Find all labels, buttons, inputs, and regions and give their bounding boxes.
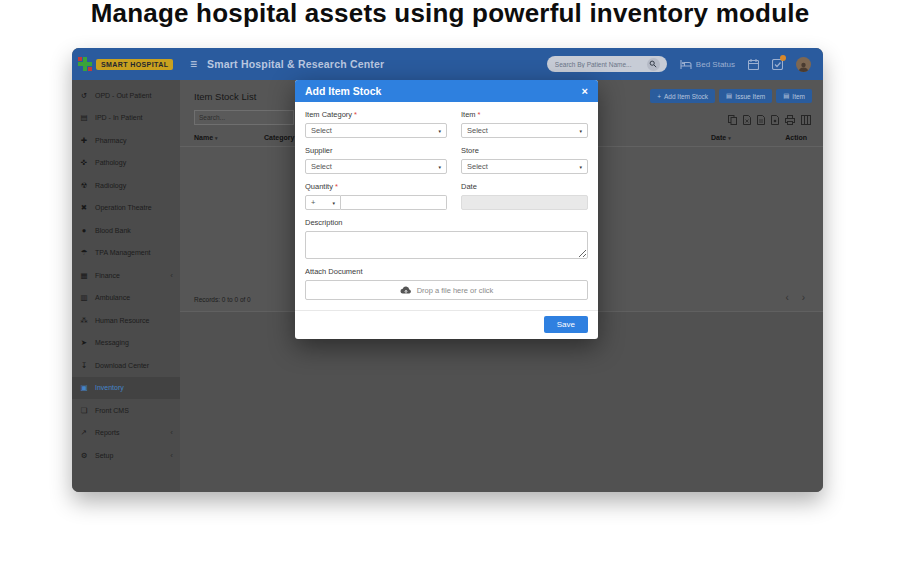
sidebar-item-label: TPA Management (95, 249, 151, 256)
next-page-button[interactable]: › (802, 292, 805, 303)
sidebar-item[interactable]: ➤ Messaging (72, 332, 180, 355)
brand-logo[interactable]: SMART HOSPITAL (78, 57, 182, 71)
sidebar-item[interactable]: ↺ OPD - Out Patient (72, 84, 180, 107)
table-search-input[interactable] (194, 110, 294, 125)
required-marker: * (478, 110, 481, 119)
chevron-left-icon: ‹ (170, 271, 173, 280)
sidebar-item-icon: ☂ (79, 248, 89, 257)
sidebar-item[interactable]: ↗ Reports ‹ (72, 422, 180, 445)
quantity-label: Quantity (305, 182, 333, 191)
copy-icon[interactable] (728, 115, 737, 125)
sidebar-item-label: Operation Theatre (95, 204, 152, 211)
sidebar-item-icon: ↧ (79, 361, 89, 370)
sidebar-item-label: OPD - Out Patient (95, 92, 151, 99)
date-input[interactable] (461, 195, 588, 210)
sidebar-item[interactable]: ⁂ Human Resource (72, 309, 180, 332)
sidebar-item-icon: ☢ (79, 181, 89, 190)
supplier-select[interactable]: Select ▾ (305, 159, 447, 174)
button-icon: ▤ (783, 92, 789, 100)
prev-page-button[interactable]: ‹ (786, 292, 789, 303)
sidebar-item[interactable]: ▤ IPD - In Patient (72, 107, 180, 130)
toolbar-button[interactable]: ▤ Item (776, 89, 812, 103)
sidebar-item-icon: ➤ (79, 338, 89, 347)
brand-name: SMART HOSPITAL (96, 59, 173, 70)
item-select[interactable]: Select ▾ (461, 123, 588, 138)
top-navbar: SMART HOSPITAL ≡ Smart Hospital & Resear… (72, 48, 823, 80)
sidebar: ↺ OPD - Out Patient ▤ IPD - In Patient ✚… (72, 80, 180, 492)
sidebar-item-icon: ▤ (79, 113, 89, 122)
sidebar-item-icon: ● (79, 226, 89, 235)
file-dropzone[interactable]: Drop a file here or click (305, 280, 588, 300)
sidebar-item[interactable]: ▥ Ambulance (72, 287, 180, 310)
select-value: Select (467, 126, 488, 135)
sidebar-item[interactable]: ↧ Download Center (72, 354, 180, 377)
sidebar-item[interactable]: ▦ Finance ‹ (72, 264, 180, 287)
chevron-down-icon: ▾ (332, 200, 335, 206)
quantity-input[interactable] (341, 195, 447, 210)
sidebar-item[interactable]: ❏ Front CMS (72, 399, 180, 422)
sidebar-item[interactable]: ⚙ Setup ‹ (72, 444, 180, 467)
sidebar-item-label: Radiology (95, 182, 126, 189)
user-avatar[interactable] (796, 57, 811, 72)
sidebar-item[interactable]: ☂ TPA Management (72, 242, 180, 265)
table-column-header[interactable]: Date ▾ (711, 134, 769, 141)
sidebar-item[interactable]: ✜ Pathology (72, 152, 180, 175)
chevron-down-icon: ▾ (579, 164, 582, 170)
patient-search (547, 56, 667, 72)
button-icon: + (657, 93, 661, 100)
select-value: Select (311, 126, 332, 135)
description-label: Description (305, 218, 588, 227)
required-marker: * (354, 110, 357, 119)
close-icon[interactable]: × (582, 86, 588, 97)
sidebar-item[interactable]: ▣ Inventory (72, 377, 180, 400)
bed-status-link[interactable]: Bed Status (680, 60, 735, 69)
item-category-field: Item Category* Select ▾ (305, 102, 447, 138)
button-label: Item (792, 93, 805, 100)
sidebar-item[interactable]: ● Blood Bank (72, 219, 180, 242)
pagination: ‹ › (776, 292, 805, 303)
table-column-header[interactable]: Action (769, 134, 809, 141)
date-field: Date (461, 174, 588, 210)
modal-title: Add Item Stock (305, 85, 381, 97)
sidebar-item[interactable]: ✖ Operation Theatre (72, 197, 180, 220)
export-toolbar (728, 115, 811, 125)
toolbar-button[interactable]: + Add Item Stock (650, 89, 715, 103)
required-marker: * (335, 182, 338, 191)
sidebar-item-icon: ▦ (79, 271, 89, 280)
modal-footer: Save (295, 310, 598, 339)
patient-search-input[interactable] (555, 61, 647, 68)
print-icon[interactable] (785, 115, 795, 125)
item-category-select[interactable]: Select ▾ (305, 123, 447, 138)
calendar-icon[interactable] (748, 59, 759, 70)
store-field: Store Select ▾ (461, 138, 588, 174)
hospital-cross-icon (78, 57, 92, 71)
table-column-header[interactable]: Name ▾ (194, 134, 264, 141)
sidebar-item-icon: ▣ (79, 383, 89, 392)
sort-icon: ▾ (215, 135, 218, 141)
save-button[interactable]: Save (544, 316, 588, 333)
pdf-icon[interactable] (771, 115, 779, 125)
select-value: Select (467, 162, 488, 171)
menu-toggle-icon[interactable]: ≡ (190, 57, 197, 71)
chevron-down-icon: ▾ (438, 128, 441, 134)
sidebar-item-label: Download Center (95, 362, 149, 369)
store-select[interactable]: Select ▾ (461, 159, 588, 174)
sidebar-item[interactable]: ✚ Pharmacy (72, 129, 180, 152)
quantity-sign-select[interactable]: + ▾ (305, 195, 341, 210)
toolbar-button[interactable]: ▤ Issue Item (719, 89, 772, 103)
supplier-field: Supplier Select ▾ (305, 138, 447, 174)
description-textarea[interactable] (305, 231, 588, 259)
csv-icon[interactable] (757, 115, 765, 125)
sidebar-item-label: Inventory (95, 384, 124, 391)
select-value: Select (311, 162, 332, 171)
search-icon[interactable] (647, 58, 660, 71)
sidebar-item-label: Reports (95, 429, 120, 436)
excel-icon[interactable] (743, 115, 751, 125)
columns-icon[interactable] (801, 115, 811, 125)
modal-body: Item Category* Select ▾ Item* Select ▾ S… (295, 102, 598, 300)
tasks-icon[interactable] (772, 59, 783, 70)
sidebar-item-icon: ❏ (79, 406, 89, 415)
chevron-down-icon: ▾ (579, 128, 582, 134)
sidebar-item[interactable]: ☢ Radiology (72, 174, 180, 197)
sidebar-item-label: Ambulance (95, 294, 130, 301)
